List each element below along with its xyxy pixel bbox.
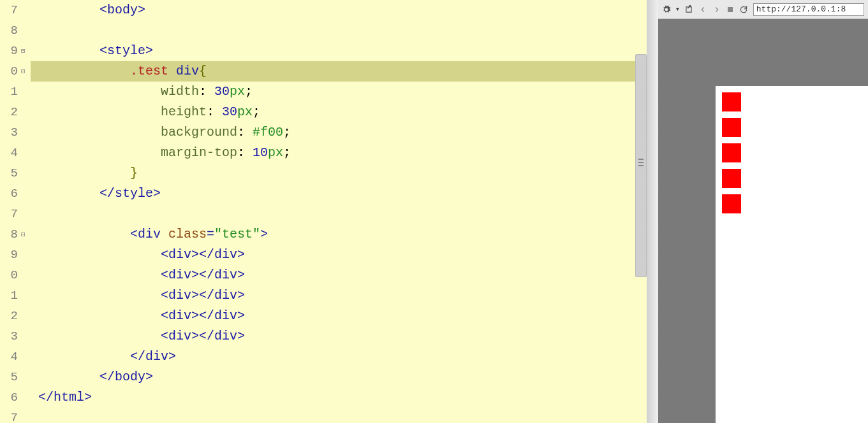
code-area[interactable]: <body> <style> .test div{ width: 30px; h… bbox=[31, 0, 647, 423]
code-line[interactable]: </body> bbox=[31, 367, 647, 387]
line-number: 9 bbox=[0, 245, 19, 265]
code-line[interactable]: margin-top: 10px; bbox=[31, 143, 647, 163]
code-line[interactable]: background: #f00; bbox=[31, 122, 647, 143]
preview-box bbox=[722, 169, 741, 188]
code-line[interactable] bbox=[31, 408, 647, 423]
code-line[interactable]: <div></div> bbox=[31, 285, 647, 306]
code-line[interactable]: <div></div> bbox=[31, 326, 647, 347]
line-number: 4 bbox=[0, 347, 19, 367]
line-number: 5 bbox=[0, 367, 19, 387]
code-line[interactable]: <div></div> bbox=[31, 306, 647, 326]
reload-icon[interactable] bbox=[739, 5, 748, 14]
line-number: 4 bbox=[0, 143, 19, 163]
preview-viewport bbox=[658, 19, 868, 423]
svg-rect-0 bbox=[728, 7, 733, 12]
line-number: 1 bbox=[0, 82, 19, 102]
rendered-page bbox=[716, 86, 868, 423]
external-icon[interactable] bbox=[684, 5, 693, 14]
preview-box bbox=[722, 92, 741, 111]
preview-toolbar: ▼ http://127.0.0.1:8 bbox=[658, 0, 868, 19]
preview-box bbox=[722, 143, 741, 162]
code-line[interactable]: <body> bbox=[31, 0, 647, 20]
line-number: 1 bbox=[0, 285, 19, 306]
back-icon[interactable] bbox=[698, 5, 707, 14]
line-number: 2 bbox=[0, 102, 19, 122]
line-number: 3 bbox=[0, 326, 19, 347]
code-line[interactable]: </div> bbox=[31, 347, 647, 367]
line-number: 6 bbox=[0, 387, 19, 408]
fold-gutter: ⊟⊟⊟ bbox=[19, 0, 31, 423]
line-number: 8 bbox=[0, 224, 19, 245]
gear-icon[interactable] bbox=[662, 5, 671, 14]
url-input[interactable]: http://127.0.0.1:8 bbox=[753, 3, 864, 16]
fold-toggle-icon[interactable]: ⊟ bbox=[21, 230, 26, 238]
editor-scrollbar[interactable] bbox=[635, 54, 647, 277]
code-line[interactable]: <style> bbox=[31, 41, 647, 61]
ide-window: 789012345678901234567 ⊟⊟⊟ <body> <style>… bbox=[0, 0, 868, 423]
line-number: 5 bbox=[0, 163, 19, 183]
code-line[interactable]: <div></div> bbox=[31, 245, 647, 265]
line-number: 2 bbox=[0, 306, 19, 326]
preview-box bbox=[722, 194, 741, 213]
code-line[interactable]: <div class="test"> bbox=[31, 224, 647, 245]
line-number: 6 bbox=[0, 183, 19, 204]
code-line[interactable]: } bbox=[31, 163, 647, 183]
code-editor[interactable]: 789012345678901234567 ⊟⊟⊟ <body> <style>… bbox=[0, 0, 647, 423]
code-line[interactable]: height: 30px; bbox=[31, 102, 647, 122]
line-number: 8 bbox=[0, 20, 19, 41]
line-number: 9 bbox=[0, 41, 19, 61]
line-number: 0 bbox=[0, 265, 19, 285]
line-number: 7 bbox=[0, 408, 19, 423]
line-number: 0 bbox=[0, 61, 19, 82]
code-line[interactable]: </html> bbox=[31, 387, 647, 408]
preview-pane: ▼ http://127.0.0.1:8 bbox=[658, 0, 868, 423]
preview-box bbox=[722, 118, 741, 137]
line-number: 7 bbox=[0, 0, 19, 20]
code-line[interactable]: .test div{ bbox=[31, 61, 647, 82]
code-line[interactable] bbox=[31, 20, 647, 41]
scrollbar-grip[interactable] bbox=[638, 157, 644, 172]
code-line[interactable]: width: 30px; bbox=[31, 82, 647, 102]
fold-toggle-icon[interactable]: ⊟ bbox=[21, 67, 26, 75]
dropdown-icon[interactable]: ▼ bbox=[676, 6, 679, 12]
code-line[interactable]: <div></div> bbox=[31, 265, 647, 285]
line-number: 3 bbox=[0, 122, 19, 143]
forward-icon[interactable] bbox=[712, 5, 721, 14]
line-number-gutter: 789012345678901234567 bbox=[0, 0, 19, 423]
code-line[interactable]: </style> bbox=[31, 183, 647, 204]
stop-icon[interactable] bbox=[726, 6, 734, 13]
code-line[interactable] bbox=[31, 204, 647, 224]
pane-separator[interactable] bbox=[647, 0, 658, 423]
fold-toggle-icon[interactable]: ⊟ bbox=[21, 47, 26, 55]
line-number: 7 bbox=[0, 204, 19, 224]
